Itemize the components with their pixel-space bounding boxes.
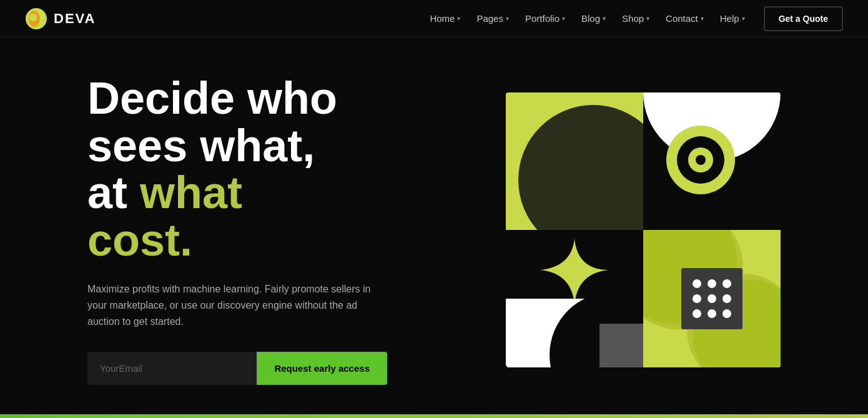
dot [723, 294, 731, 303]
nav-item-pages[interactable]: Pages ▾ [470, 9, 515, 27]
chevron-down-icon: ▾ [562, 15, 565, 22]
email-input[interactable] [87, 352, 257, 385]
dot [693, 309, 701, 318]
hero-content: Decide who sees what, at what cost. Maxi… [87, 75, 456, 385]
nav-item-blog[interactable]: Blog ▾ [575, 9, 612, 27]
svg-point-6 [696, 155, 706, 165]
nav-item-help[interactable]: Help ▾ [714, 9, 751, 27]
nav-link-portfolio[interactable]: Portfolio ▾ [519, 9, 571, 27]
hero-subtext: Maximize profits with machine learning. … [87, 281, 375, 329]
logo[interactable]: DEVA [25, 7, 96, 30]
chevron-down-icon: ▾ [603, 15, 606, 22]
bullseye-icon [663, 122, 738, 197]
dot [693, 294, 701, 303]
navbar: DEVA Home ▾ Pages ▾ Portfolio ▾ Blog ▾ [0, 0, 868, 37]
dot [693, 279, 701, 288]
accent-bar [0, 414, 868, 418]
dot [708, 294, 716, 303]
nav-link-pages[interactable]: Pages ▾ [470, 9, 515, 27]
dots-grid [693, 279, 731, 318]
dot [708, 309, 716, 318]
nav-links: Home ▾ Pages ▾ Portfolio ▾ Blog ▾ Shop [423, 9, 751, 27]
nav-link-contact[interactable]: Contact ▾ [659, 9, 710, 27]
request-access-button[interactable]: Request early access [257, 352, 387, 385]
nav-link-shop[interactable]: Shop ▾ [616, 9, 656, 27]
geo-cell-bottom-left [506, 230, 643, 367]
geo-grid [506, 92, 781, 367]
get-quote-button[interactable]: Get a Quote [764, 6, 843, 31]
hero-form: Request early access [87, 352, 387, 385]
chevron-down-icon: ▾ [742, 15, 745, 22]
nav-link-help[interactable]: Help ▾ [714, 9, 751, 27]
geo-cell-top-right [643, 92, 781, 230]
svg-point-2 [29, 14, 37, 21]
dot [723, 279, 731, 288]
nav-link-home[interactable]: Home ▾ [423, 9, 466, 27]
hero-section: Decide who sees what, at what cost. Maxi… [0, 37, 868, 418]
chevron-down-icon: ▾ [457, 15, 460, 22]
nav-item-home[interactable]: Home ▾ [423, 9, 466, 27]
dot [708, 279, 716, 288]
brand-name: DEVA [54, 11, 96, 27]
hero-illustration [506, 92, 781, 367]
chevron-down-icon: ▾ [701, 15, 704, 22]
geo-cell-bottom-right [643, 230, 781, 367]
nav-item-contact[interactable]: Contact ▾ [659, 9, 710, 27]
chevron-down-icon: ▾ [646, 15, 649, 22]
logo-icon [25, 7, 47, 30]
dot [723, 309, 731, 318]
star-icon [540, 236, 609, 304]
nav-item-portfolio[interactable]: Portfolio ▾ [519, 9, 571, 27]
nav-item-shop[interactable]: Shop ▾ [616, 9, 656, 27]
hero-heading: Decide who sees what, at what cost. [87, 75, 456, 264]
chevron-down-icon: ▾ [506, 15, 509, 22]
nav-link-blog[interactable]: Blog ▾ [575, 9, 612, 27]
geo-cell-top-left [506, 92, 643, 230]
